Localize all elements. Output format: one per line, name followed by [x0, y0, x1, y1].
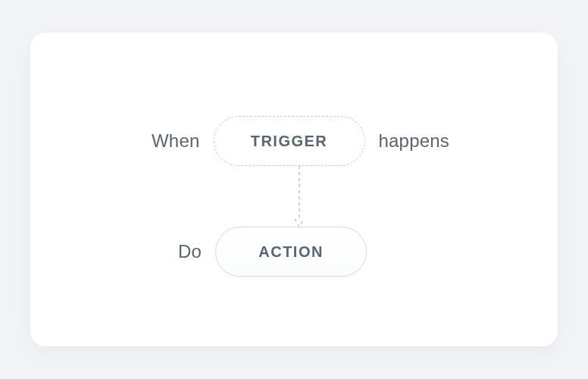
- action-pill-label: ACTION: [258, 243, 324, 261]
- workflow-card: When TRIGGER happens Do ACTION: [30, 33, 558, 346]
- trigger-pill-label: TRIGGER: [251, 133, 328, 150]
- action-prefix: Do: [178, 241, 202, 262]
- trigger-suffix: happens: [379, 130, 450, 152]
- trigger-prefix: When: [152, 130, 200, 152]
- trigger-pill[interactable]: TRIGGER: [214, 116, 365, 166]
- trigger-row: When TRIGGER happens: [152, 116, 449, 166]
- action-pill[interactable]: ACTION: [215, 227, 367, 277]
- action-row: Do ACTION: [178, 227, 367, 277]
- arrow-down-icon: [294, 166, 305, 230]
